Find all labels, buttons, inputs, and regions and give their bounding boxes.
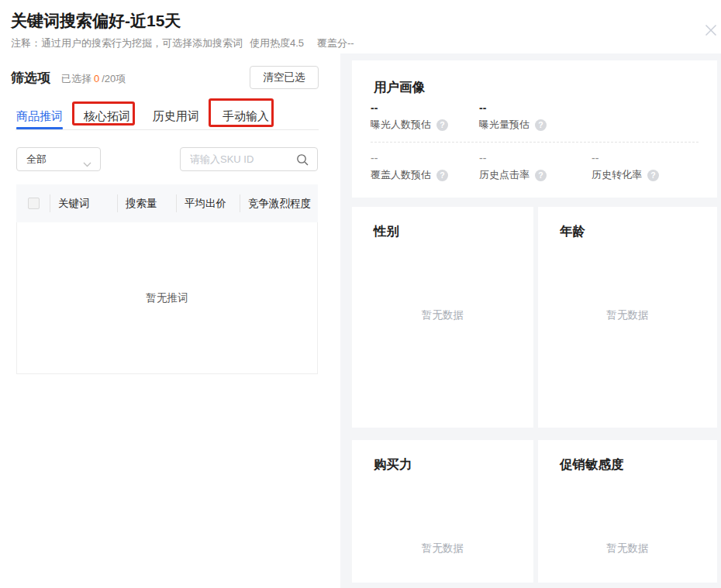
gender-card: 性别 暂无数据 bbox=[352, 207, 533, 428]
filter-section-title: 筛选项 bbox=[11, 69, 50, 87]
gender-empty-text: 暂无数据 bbox=[352, 308, 533, 322]
keyword-preference-modal: 关键词搜索偏好-近15天 注释：通过用户的搜索行为挖掘，可选择添加搜索词 使用热… bbox=[0, 0, 721, 588]
help-icon[interactable]: ? bbox=[535, 170, 547, 181]
metric-history-cvr: -- 历史转化率? bbox=[592, 152, 659, 182]
selected-label: 已选择 bbox=[61, 73, 91, 84]
metric-value: -- bbox=[371, 152, 448, 164]
usage-heat: 使用热度4.5 bbox=[250, 36, 304, 50]
selected-count: 0 bbox=[94, 73, 99, 84]
metric-label: 覆盖人数预估 bbox=[371, 168, 431, 182]
selected-count-info: 已选择0/20项 bbox=[61, 72, 126, 86]
promo-sensitivity-card: 促销敏感度 暂无数据 bbox=[538, 440, 717, 583]
help-icon[interactable]: ? bbox=[647, 170, 659, 181]
help-icon[interactable]: ? bbox=[436, 119, 448, 131]
gender-card-title: 性别 bbox=[374, 223, 399, 240]
header-cell-keyword: 关键词 bbox=[50, 184, 118, 222]
user-profile-card: 用户画像 -- 曝光人数预估? -- 曝光量预估? -- 覆盖人数预估? -- … bbox=[352, 60, 717, 198]
usage-heat-value: 4.5 bbox=[290, 37, 304, 49]
metric-coverage-people: -- 覆盖人数预估? bbox=[371, 152, 448, 182]
coverage-label: 覆盖分 bbox=[317, 37, 347, 49]
metric-label: 历史点击率 bbox=[479, 168, 530, 182]
age-empty-text: 暂无数据 bbox=[538, 308, 717, 322]
metric-value: -- bbox=[371, 101, 448, 114]
search-icon[interactable] bbox=[295, 153, 310, 170]
coverage-value: -- bbox=[347, 37, 354, 49]
tab-core-words[interactable]: 核心拓词 bbox=[84, 109, 130, 124]
user-profile-panel: 用户画像 -- 曝光人数预估? -- 曝光量预估? -- 覆盖人数预估? -- … bbox=[340, 53, 721, 588]
tab-product-words[interactable]: 商品推词 bbox=[16, 109, 63, 124]
tab-manual-input[interactable]: 手动输入 bbox=[223, 109, 269, 124]
header-cell-checkbox bbox=[16, 184, 50, 222]
clear-selected-button[interactable]: 清空已选 bbox=[250, 66, 319, 89]
help-icon[interactable]: ? bbox=[535, 119, 547, 131]
purchasing-power-card: 购买力 暂无数据 bbox=[352, 440, 533, 583]
usage-heat-label: 使用热度 bbox=[250, 37, 290, 49]
purchasing-power-empty-text: 暂无数据 bbox=[352, 542, 533, 555]
metric-history-ctr: -- 历史点击率? bbox=[479, 152, 547, 182]
metric-value: -- bbox=[479, 152, 547, 164]
user-profile-title: 用户画像 bbox=[374, 79, 425, 96]
metric-value: -- bbox=[592, 152, 659, 164]
tab-history-words[interactable]: 历史用词 bbox=[153, 109, 199, 124]
close-icon bbox=[703, 22, 719, 38]
close-button[interactable] bbox=[700, 19, 721, 41]
category-dropdown-value: 全部 bbox=[26, 153, 47, 167]
metric-exposure-volume: -- 曝光量预估? bbox=[479, 101, 547, 132]
tabs-divider bbox=[16, 129, 319, 130]
page-title: 关键词搜索偏好-近15天 bbox=[11, 10, 181, 32]
age-card-title: 年龄 bbox=[560, 223, 585, 240]
select-all-checkbox[interactable] bbox=[28, 198, 40, 209]
table-empty-text: 暂无推词 bbox=[147, 291, 188, 305]
age-card: 年龄 暂无数据 bbox=[538, 207, 717, 428]
metric-exposure-people: -- 曝光人数预估? bbox=[371, 101, 448, 132]
metric-value: -- bbox=[479, 101, 547, 114]
promo-sensitivity-empty-text: 暂无数据 bbox=[538, 542, 717, 555]
metric-label: 历史转化率 bbox=[592, 168, 642, 182]
selected-total: /20项 bbox=[102, 73, 126, 84]
purchasing-power-title: 购买力 bbox=[374, 456, 412, 473]
note-text: 注释：通过用户的搜索行为挖掘，可选择添加搜索词 bbox=[11, 36, 243, 50]
sku-search bbox=[180, 147, 318, 171]
keyword-table-header: 关键词 搜索量 平均出价 竞争激烈程度 bbox=[16, 184, 318, 222]
chevron-down-icon bbox=[83, 158, 91, 170]
metrics-divider bbox=[371, 142, 699, 143]
keyword-table-body: 暂无推词 bbox=[16, 222, 318, 374]
promo-sensitivity-title: 促销敏感度 bbox=[560, 456, 624, 473]
category-dropdown[interactable]: 全部 bbox=[16, 147, 101, 171]
metric-label: 曝光人数预估 bbox=[371, 118, 431, 132]
header-cell-search-vol: 搜索量 bbox=[118, 184, 177, 222]
help-icon[interactable]: ? bbox=[436, 170, 448, 181]
coverage-score: 覆盖分-- bbox=[317, 36, 354, 50]
header-cell-competition: 竞争激烈程度 bbox=[240, 184, 318, 222]
metric-label: 曝光量预估 bbox=[479, 118, 530, 132]
header-cell-avg-bid: 平均出价 bbox=[177, 184, 240, 222]
